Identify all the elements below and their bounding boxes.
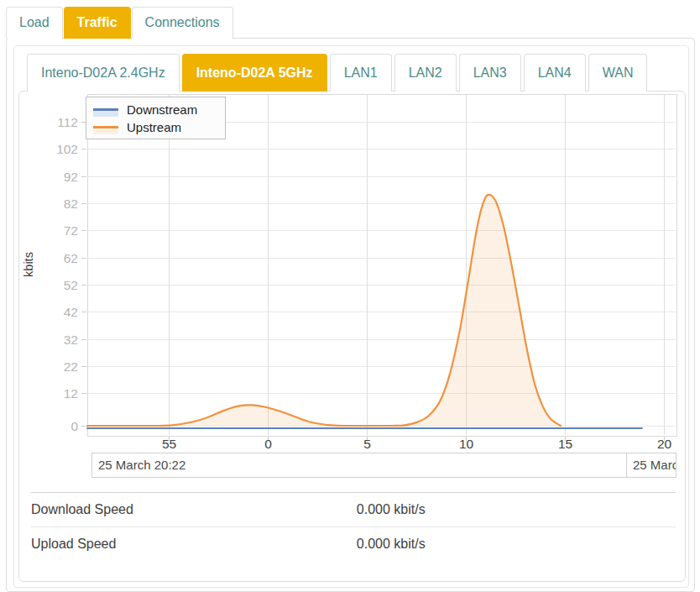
interface-tab-wan[interactable]: WAN	[588, 54, 648, 92]
svg-text:20: 20	[657, 437, 672, 451]
svg-text:kbits: kbits	[22, 252, 35, 277]
interface-tab-inteno-d02a-2-4ghz[interactable]: Inteno-D02A 2.4GHz	[27, 54, 180, 92]
interface-tab-bar: Inteno-D02A 2.4GHzInteno-D02A 5GHzLAN1LA…	[27, 54, 650, 92]
speed-row-value: 0.000 kbit/s	[357, 502, 426, 527]
legend-label: Downstream	[127, 102, 197, 117]
interface-tab-lan4[interactable]: LAN4	[524, 54, 586, 92]
x-axis-date-band: 25 March 20:22 25 Marc	[19, 453, 686, 478]
chart-legend: DownstreamUpstream	[86, 97, 226, 139]
speed-row-label: Upload Speed	[31, 537, 357, 561]
speed-row-download-speed: Download Speed0.000 kbit/s	[31, 492, 676, 527]
router-traffic-page: LoadTrafficConnections Inteno-D02A 2.4GH…	[0, 0, 700, 592]
speed-row-upload-speed: Upload Speed0.000 kbit/s	[31, 527, 676, 561]
svg-text:102: 102	[56, 142, 78, 156]
legend-item-upstream: Upstream	[93, 120, 218, 134]
date-range-start: 25 March 20:22	[91, 453, 627, 478]
traffic-tab-panel: Inteno-D02A 2.4GHzInteno-D02A 5GHzLAN1LA…	[6, 38, 695, 592]
interface-tab-lan2[interactable]: LAN2	[394, 54, 457, 92]
svg-text:92: 92	[64, 170, 78, 184]
chart-card: 01222324252627282921021125505101520kbits…	[18, 91, 686, 582]
tab-load[interactable]: Load	[6, 7, 63, 39]
svg-text:55: 55	[162, 437, 176, 451]
downstream-swatch-icon	[93, 103, 118, 117]
svg-text:62: 62	[64, 251, 78, 265]
speed-row-label: Download Speed	[31, 502, 357, 527]
tab-traffic[interactable]: Traffic	[64, 7, 131, 39]
interface-tab-lan3[interactable]: LAN3	[459, 54, 521, 92]
svg-text:42: 42	[64, 305, 78, 319]
interface-tab-lan1[interactable]: LAN1	[330, 54, 392, 92]
traffic-chart-svg: 01222324252627282921021125505101520kbits	[19, 92, 686, 479]
svg-text:0: 0	[264, 437, 272, 451]
legend-item-downstream: Downstream	[93, 102, 218, 117]
svg-text:15: 15	[558, 437, 572, 451]
speed-row-value: 0.000 kbit/s	[357, 537, 426, 561]
traffic-chart: 01222324252627282921021125505101520kbits…	[19, 92, 686, 479]
svg-text:52: 52	[64, 278, 78, 292]
svg-text:12: 12	[64, 386, 78, 401]
main-tab-bar: LoadTrafficConnections	[6, 7, 234, 39]
svg-text:22: 22	[64, 359, 78, 374]
svg-text:32: 32	[64, 333, 78, 347]
tab-connections[interactable]: Connections	[132, 7, 233, 39]
svg-text:0: 0	[71, 419, 78, 433]
svg-text:112: 112	[57, 115, 78, 129]
upstream-swatch-icon	[93, 121, 118, 134]
interfaces-panel: Inteno-D02A 2.4GHzInteno-D02A 5GHzLAN1LA…	[13, 45, 689, 588]
svg-text:10: 10	[459, 437, 474, 451]
svg-text:72: 72	[64, 223, 78, 238]
interface-tab-inteno-d02a-5ghz[interactable]: Inteno-D02A 5GHz	[182, 54, 327, 92]
legend-label: Upstream	[127, 120, 181, 134]
svg-text:82: 82	[64, 196, 78, 211]
speed-table: Download Speed0.000 kbit/sUpload Speed0.…	[31, 492, 676, 561]
svg-text:5: 5	[363, 437, 371, 451]
date-range-end: 25 Marc	[626, 453, 676, 478]
